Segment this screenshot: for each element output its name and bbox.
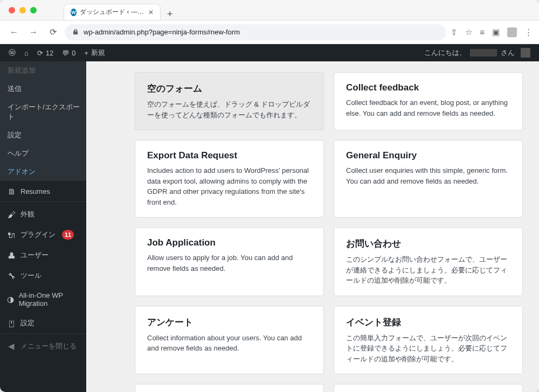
document-icon: 🗎 xyxy=(6,186,16,196)
card-title: Job Application xyxy=(147,237,312,248)
submenu-new[interactable]: 新規追加 xyxy=(0,61,86,80)
wordpress-icon: ⓦ xyxy=(9,48,16,58)
account-menu[interactable]: こんにちは、 さん xyxy=(420,48,535,58)
close-tab-icon[interactable]: ✕ xyxy=(148,9,154,16)
lock-icon: 🔒︎ xyxy=(72,28,79,36)
admin-sidebar: 新規追加 送信 インポート/エクスポート 設定 ヘルプ アドオン 🗎Resume… xyxy=(0,61,86,392)
reload-button[interactable]: ⟳ xyxy=(45,25,60,40)
menu-users[interactable]: 👤︎ユーザー xyxy=(0,245,86,265)
card-desc: Collect information about your users. Yo… xyxy=(147,333,312,354)
browser-tabs: W ダッシュボード ‹ — Word… ✕ + xyxy=(64,0,173,20)
new-tab-button[interactable]: + xyxy=(167,9,173,20)
plus-icon: + xyxy=(85,49,89,57)
plug-icon: 🔌︎ xyxy=(6,230,16,240)
tab-title: ダッシュボード ‹ — Word… xyxy=(80,8,145,17)
updates-icon: ⟳ xyxy=(37,49,43,57)
menu-users-label: ユーザー xyxy=(20,250,49,260)
template-card-blank[interactable]: 空のフォーム 空のフォームを使えば、ドラッグ & ドロップビルダーを使ってどんな… xyxy=(135,72,324,130)
menu-plugins-label: プラグイン xyxy=(20,230,56,240)
bookmark-icon[interactable]: ☆ xyxy=(465,27,472,37)
greeting-suffix: さん xyxy=(501,48,515,58)
menu-tools-label: ツール xyxy=(20,271,42,281)
extensions-icon[interactable]: ▣ xyxy=(492,27,500,37)
avatar xyxy=(521,48,530,58)
menu-collapse-label: メニューを閉じる xyxy=(20,341,77,351)
main-content: 空のフォーム 空のフォームを使えば、ドラッグ & ドロップビルダーを使ってどんな… xyxy=(86,61,539,392)
card-title: イベント登録 xyxy=(346,316,510,328)
card-title: 空のフォーム xyxy=(147,82,312,95)
wrench-icon: 🔧︎ xyxy=(6,271,16,281)
card-title: Export Data Request xyxy=(147,150,312,161)
submenu-settings[interactable]: 設定 xyxy=(0,126,86,144)
card-desc: Includes action to add users to WordPres… xyxy=(147,165,312,207)
forward-button[interactable]: → xyxy=(26,25,41,40)
menu-appearance[interactable]: 🖌︎外観 xyxy=(0,204,86,225)
address-bar[interactable]: 🔒︎ wp-admin/admin.php?page=ninja-forms#n… xyxy=(65,24,446,40)
template-card-contact[interactable]: お問い合わせ このシンプルなお問い合わせフォームで、ユーザーが連絡できるようにし… xyxy=(334,227,523,296)
url-text: wp-admin/admin.php?page=ninja-forms#new-… xyxy=(84,28,240,36)
migration-icon: ◑ xyxy=(6,295,15,304)
template-card-quote-request[interactable]: 見積りリクエスト… xyxy=(334,384,523,392)
template-card-delete-data[interactable]: データリクエストを削除… xyxy=(135,384,324,392)
comments-button[interactable]: 💬︎0 xyxy=(58,44,80,61)
template-card-event-registration[interactable]: イベント登録 この簡単入力フォームで、ユーザーが次回のイベントに登録できるように… xyxy=(334,306,523,375)
template-card-general-enquiry[interactable]: General Enquiry Collect user enquiries w… xyxy=(334,140,523,218)
card-desc: Collect user enquiries with this simple,… xyxy=(346,165,510,186)
template-card-job-application[interactable]: Job Application Allow users to apply for… xyxy=(135,227,324,296)
submenu-addon[interactable]: アドオン xyxy=(0,163,86,181)
submenu-help[interactable]: ヘルプ xyxy=(0,144,86,163)
plugins-badge: 11 xyxy=(62,230,74,240)
menu-icon[interactable]: ⋮ xyxy=(524,27,533,37)
menu-aiowp[interactable]: ◑All-in-One WP Migration xyxy=(0,286,86,313)
profile-icon[interactable] xyxy=(507,27,517,37)
card-desc: Collect feedback for an event, blog post… xyxy=(346,97,510,118)
greeting-text: こんにちは、 xyxy=(424,48,466,58)
user-icon: 👤︎ xyxy=(6,250,16,260)
wp-logo-button[interactable]: ⓦ xyxy=(4,44,20,61)
menu-appearance-label: 外観 xyxy=(20,209,34,219)
card-desc: このシンプルなお問い合わせフォームで、ユーザーが連絡できるようにしましょう。必要… xyxy=(346,254,510,286)
card-title: General Enquiry xyxy=(346,150,510,161)
minimize-window-button[interactable] xyxy=(19,7,26,13)
browser-toolbar: ← → ⟳ 🔒︎ wp-admin/admin.php?page=ninja-f… xyxy=(0,20,539,44)
browser-tab[interactable]: W ダッシュボード ‹ — Word… ✕ xyxy=(64,4,161,20)
comment-icon: 💬︎ xyxy=(62,49,69,57)
new-label: 新規 xyxy=(91,48,105,58)
wordpress-favicon: W xyxy=(71,9,77,16)
template-card-feedback[interactable]: Collect feedback Collect feedback for an… xyxy=(334,72,523,130)
window-titlebar: W ダッシュボード ‹ — Word… ✕ + xyxy=(0,0,539,20)
card-desc: 空のフォームを使えば、ドラッグ & ドロップビルダーを使ってどんな種類のフォーム… xyxy=(147,99,312,120)
menu-resumes[interactable]: 🗎Resumes xyxy=(0,181,86,201)
submenu-send[interactable]: 送信 xyxy=(0,80,86,98)
updates-button[interactable]: ⟳12 xyxy=(33,44,58,61)
updates-count: 12 xyxy=(46,49,53,57)
share-icon[interactable]: ⇧ xyxy=(451,27,458,37)
new-content-button[interactable]: +新規 xyxy=(80,44,110,61)
menu-settings-label: 設定 xyxy=(20,318,34,328)
menu-tools[interactable]: 🔧︎ツール xyxy=(0,265,86,286)
card-desc: Allow users to apply for a job. You can … xyxy=(147,253,312,274)
maximize-window-button[interactable] xyxy=(30,7,37,13)
menu-aiowp-label: All-in-One WP Migration xyxy=(19,291,80,307)
collapse-icon: ◀ xyxy=(6,341,16,351)
sliders-icon: ⍞ xyxy=(6,318,16,328)
brush-icon: 🖌︎ xyxy=(6,209,16,219)
menu-resumes-label: Resumes xyxy=(20,187,50,195)
close-window-button[interactable] xyxy=(9,7,15,13)
back-button[interactable]: ← xyxy=(6,25,22,40)
card-desc: この簡単入力フォームで、ユーザーが次回のイベントに登録できるようにしましょう。必… xyxy=(346,333,510,365)
reading-list-icon[interactable]: ≡ xyxy=(480,27,485,37)
comments-count: 0 xyxy=(72,49,75,57)
menu-collapse[interactable]: ◀メニューを閉じる xyxy=(0,336,86,356)
traffic-lights xyxy=(9,7,37,13)
template-card-export-data[interactable]: Export Data Request Includes action to a… xyxy=(135,140,324,218)
wp-admin-bar: ⓦ ⌂ ⟳12 💬︎0 +新規 こんにちは、 さん xyxy=(0,44,539,61)
template-card-survey[interactable]: アンケート Collect information about your use… xyxy=(135,306,324,375)
card-title: Collect feedback xyxy=(346,82,510,93)
home-icon: ⌂ xyxy=(24,49,29,57)
card-title: アンケート xyxy=(147,316,312,328)
site-home-button[interactable]: ⌂ xyxy=(20,44,33,61)
submenu-import-export[interactable]: インポート/エクスポート xyxy=(0,98,86,126)
menu-settings[interactable]: ⍞設定 xyxy=(0,313,86,333)
menu-plugins[interactable]: 🔌︎プラグイン11 xyxy=(0,225,86,245)
